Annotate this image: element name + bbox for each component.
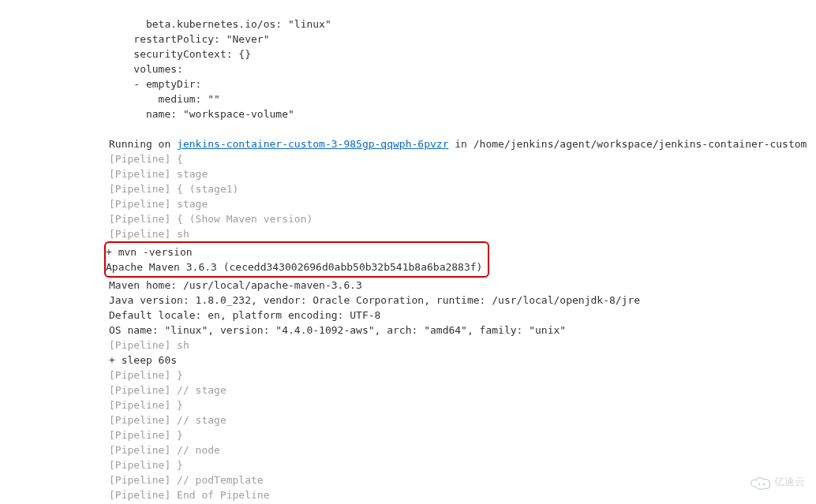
pipeline-line: [Pipeline] } [109,429,183,441]
pipeline-line: [Pipeline] // stage [109,384,226,396]
yaml-line: - emptyDir: [109,78,201,90]
pipeline-line: [Pipeline] { [109,153,183,165]
yaml-line: securityContext: {} [109,48,251,60]
highlight-box: + mvn -version Apache Maven 3.6.3 (ceced… [104,241,489,278]
svg-point-0 [758,483,761,486]
pipeline-line: [Pipeline] { (Show Maven version) [109,213,313,225]
pipeline-line: [Pipeline] sh [109,339,189,351]
pipeline-line: [Pipeline] stage [109,168,208,180]
pipeline-line: [Pipeline] // podTemplate [109,474,264,486]
svg-point-1 [763,483,765,486]
yaml-line: name: "workspace-volume" [109,108,294,120]
java-version-line: Java version: 1.8.0_232, vendor: Oracle … [109,294,640,306]
pipeline-line: [Pipeline] { (stage1) [109,183,238,195]
yaml-line: medium: "" [109,93,220,105]
sleep-line: + sleep 60s [109,354,177,366]
running-on-line: Running on jenkins-container-custom-3-98… [109,138,807,150]
yaml-line: beta.kubernetes.io/os: "linux" [109,18,331,30]
os-line: OS name: "linux", version: "4.4.0-1092-a… [109,324,566,336]
pipeline-line: [Pipeline] End of Pipeline [109,489,270,501]
pipeline-line: [Pipeline] // node [109,444,220,456]
yaml-line: volumes: [109,63,183,75]
pipeline-line: [Pipeline] } [109,459,183,471]
console-output: beta.kubernetes.io/os: "linux" restartPo… [0,0,816,504]
locale-line: Default locale: en, platform encoding: U… [109,309,380,321]
pipeline-line: [Pipeline] // stage [109,414,226,426]
pipeline-line: [Pipeline] } [109,369,183,381]
yaml-line: restartPolicy: "Never" [109,33,270,45]
cloud-logo-icon [749,475,769,489]
pipeline-line: [Pipeline] stage [109,198,208,210]
pod-link[interactable]: jenkins-container-custom-3-985gp-qqwph-6… [177,138,448,150]
watermark-text: 亿速云 [774,475,805,489]
pipeline-line: [Pipeline] } [109,399,183,411]
watermark: 亿速云 [749,475,805,489]
pipeline-line: [Pipeline] sh [109,228,189,240]
mvn-version-cmd: + mvn -version [106,246,193,258]
maven-home-line: Maven home: /usr/local/apache-maven-3.6.… [109,279,362,291]
mvn-version-result: Apache Maven 3.6.3 (cecedd343002696d0abb… [106,261,482,273]
